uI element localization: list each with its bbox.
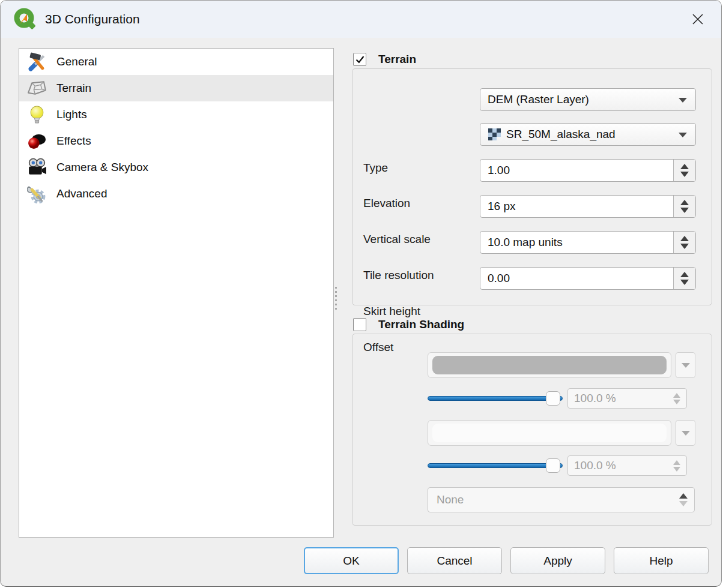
- apply-button[interactable]: Apply: [510, 547, 605, 574]
- effects-sphere-icon: [27, 131, 47, 151]
- elevation-label: Elevation: [363, 197, 410, 210]
- window-title: 3D Configuration: [45, 12, 140, 26]
- spin-down-icon[interactable]: [680, 280, 689, 285]
- spinner-buttons: [667, 456, 686, 475]
- terrain-shading-checkbox[interactable]: [353, 318, 366, 331]
- help-button[interactable]: Help: [614, 547, 709, 574]
- spin-down-icon[interactable]: [680, 244, 689, 249]
- ambient-opacity-value: 100.0 %: [568, 389, 667, 408]
- spin-up-icon: [679, 493, 688, 499]
- spinner-buttons[interactable]: [673, 268, 695, 289]
- ambient-color-swatch: [432, 356, 667, 374]
- spin-down-icon: [673, 400, 680, 404]
- chevron-down-icon: [682, 363, 690, 368]
- general-tools-icon: [27, 52, 47, 72]
- spin-up-icon[interactable]: [680, 164, 689, 169]
- sidebar-item-label: Effects: [56, 134, 91, 148]
- sidebar-item-lights[interactable]: Lights: [19, 101, 333, 128]
- cancel-button[interactable]: Cancel: [407, 547, 502, 574]
- sidebar-item-label: Terrain: [56, 82, 91, 95]
- ok-button-label: OK: [343, 554, 359, 568]
- type-label: Type: [363, 161, 388, 175]
- cancel-button-label: Cancel: [437, 554, 472, 568]
- tile-resolution-label: Tile resolution: [363, 269, 434, 282]
- close-button[interactable]: [685, 7, 710, 32]
- sidebar-item-label: Advanced: [56, 187, 107, 200]
- slider-track: [428, 396, 563, 401]
- terrain-group: Type DEM (Raster Layer) Elevation SR_50M…: [352, 68, 712, 305]
- terrain-section-header: Terrain: [353, 53, 416, 66]
- terrain-map-icon: [27, 79, 47, 98]
- spinner-buttons[interactable]: [673, 232, 695, 253]
- spin-up-icon[interactable]: [680, 236, 689, 241]
- sidebar-item-terrain[interactable]: Terrain: [19, 75, 333, 101]
- spin-down-icon[interactable]: [680, 172, 689, 177]
- advanced-tools-icon: [27, 184, 47, 204]
- chevron-down-icon: [679, 133, 687, 137]
- specular-color-dropdown-button: [676, 420, 695, 446]
- sidebar-item-camera-skybox[interactable]: Camera & Skybox: [19, 154, 333, 181]
- spin-down-icon: [679, 501, 688, 506]
- spin-down-icon[interactable]: [680, 208, 689, 213]
- spinner-buttons[interactable]: [673, 196, 695, 217]
- skirt-height-value: 10.0 map units: [480, 232, 673, 253]
- terrain-checkbox[interactable]: [353, 53, 366, 66]
- vertical-scale-label: Vertical scale: [363, 233, 431, 246]
- slider-handle: [546, 458, 560, 473]
- slider-track: [428, 463, 563, 468]
- offset-value: 0.00: [480, 268, 673, 289]
- ambient-opacity-slider: [428, 391, 563, 406]
- specular-opacity-slider: [428, 458, 563, 473]
- ambient-opacity-spinbox: 100.0 %: [567, 388, 687, 409]
- checkmark-icon: [355, 55, 365, 65]
- sidebar-item-general[interactable]: General: [19, 49, 333, 75]
- help-button-label: Help: [649, 554, 673, 568]
- specular-opacity-value: 100.0 %: [568, 456, 667, 475]
- settings-category-list: General Terrain Lights: [19, 48, 334, 538]
- ok-button[interactable]: OK: [304, 547, 399, 574]
- tile-resolution-spinbox[interactable]: 16 px: [480, 195, 696, 218]
- titlebar: 3D Configuration: [1, 1, 721, 38]
- elevation-combobox[interactable]: SR_50M_alaska_nad: [480, 123, 696, 146]
- skirt-height-label: Skirt height: [363, 305, 420, 318]
- spin-up-icon[interactable]: [680, 272, 689, 277]
- specular-opacity-spinbox: 100.0 %: [567, 455, 687, 476]
- spin-down-icon: [673, 467, 680, 472]
- terrain-shading-section-title: Terrain Shading: [378, 318, 464, 331]
- vertical-scale-spinbox[interactable]: 1.00: [480, 159, 696, 182]
- spinner-buttons: [667, 389, 686, 408]
- terrain-shading-group: Ambient 100.0 % Specular 100.0 %: [352, 334, 712, 526]
- shininess-value: None: [428, 488, 673, 512]
- tile-resolution-value: 16 px: [480, 196, 673, 217]
- offset-spinbox[interactable]: 0.00: [480, 267, 696, 290]
- spinner-buttons[interactable]: [673, 160, 695, 181]
- sidebar-item-label: Lights: [56, 108, 87, 121]
- sidebar-item-label: General: [56, 55, 97, 68]
- shininess-spinbox: None: [428, 487, 695, 512]
- chevron-down-icon: [682, 431, 690, 436]
- apply-button-label: Apply: [543, 554, 572, 568]
- specular-color-button: [428, 420, 671, 446]
- type-combobox[interactable]: DEM (Raster Layer): [480, 88, 696, 111]
- sidebar-item-advanced[interactable]: Advanced: [19, 181, 333, 207]
- dialog-window: 3D Configuration General: [0, 0, 722, 587]
- sidebar-item-effects[interactable]: Effects: [19, 128, 333, 154]
- sidebar-item-label: Camera & Skybox: [56, 161, 148, 174]
- elevation-combobox-value: SR_50M_alaska_nad: [506, 128, 616, 141]
- ambient-color-dropdown-button: [676, 352, 695, 378]
- splitter-handle[interactable]: [335, 287, 337, 310]
- spin-up-icon: [673, 393, 680, 398]
- camera-icon: [27, 158, 47, 178]
- spin-up-icon[interactable]: [680, 200, 689, 205]
- close-icon: [691, 13, 704, 26]
- spin-up-icon: [673, 460, 680, 465]
- chevron-down-icon: [679, 98, 687, 103]
- ambient-color-button: [428, 352, 671, 378]
- terrain-section-title: Terrain: [378, 53, 416, 66]
- terrain-shading-section-header: Terrain Shading: [353, 318, 464, 331]
- specular-color-swatch: [432, 424, 667, 442]
- vertical-scale-value: 1.00: [480, 160, 673, 181]
- raster-layer-icon: [488, 128, 501, 140]
- lightbulb-icon: [27, 105, 47, 125]
- skirt-height-spinbox[interactable]: 10.0 map units: [480, 231, 696, 254]
